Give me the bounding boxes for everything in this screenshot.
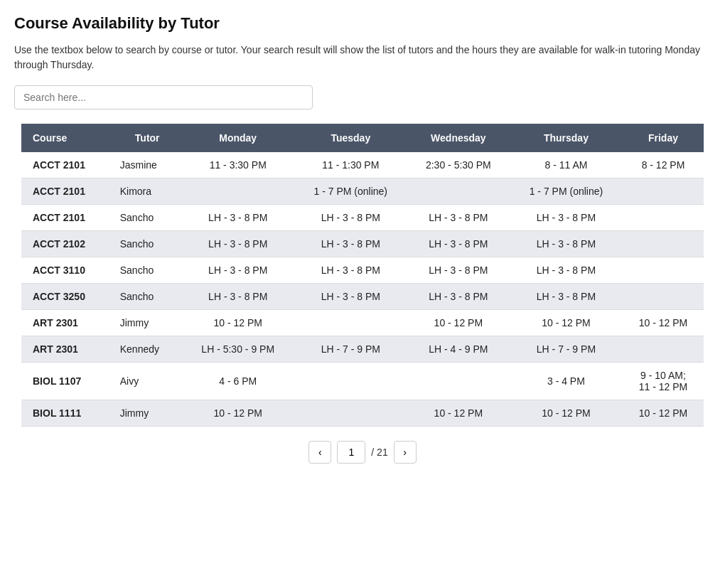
- cell-course: ACCT 2101: [21, 178, 113, 205]
- cell-friday: [623, 284, 704, 310]
- cell-thursday: 10 - 12 PM: [510, 310, 623, 336]
- col-friday: Friday: [623, 124, 704, 152]
- cell-wednesday: 2:30 - 5:30 PM: [407, 152, 510, 178]
- cell-wednesday: 10 - 12 PM: [407, 310, 510, 336]
- cell-tuesday: LH - 3 - 8 PM: [294, 257, 407, 284]
- cell-wednesday: LH - 3 - 8 PM: [407, 231, 510, 257]
- cell-monday: 10 - 12 PM: [182, 310, 294, 336]
- availability-table: Course Tutor Monday Tuesday Wednesday Th…: [21, 124, 704, 427]
- cell-thursday: 8 - 11 AM: [510, 152, 623, 178]
- cell-friday: [623, 336, 704, 363]
- cell-tutor: Jasmine: [113, 152, 182, 178]
- col-monday: Monday: [182, 124, 294, 152]
- cell-course: ART 2301: [21, 336, 113, 363]
- cell-wednesday: [407, 178, 510, 205]
- cell-tutor: Sancho: [113, 257, 182, 284]
- table-row: BIOL 1111Jimmy10 - 12 PM10 - 12 PM10 - 1…: [21, 400, 704, 427]
- cell-monday: LH - 3 - 8 PM: [182, 205, 294, 231]
- cell-monday: 10 - 12 PM: [182, 400, 294, 427]
- cell-friday: [623, 178, 704, 205]
- cell-tuesday: [294, 310, 407, 336]
- cell-tutor: Sancho: [113, 231, 182, 257]
- table-row: ART 2301Jimmy10 - 12 PM10 - 12 PM10 - 12…: [21, 310, 704, 336]
- cell-tutor: Kennedy: [113, 336, 182, 363]
- cell-course: ART 2301: [21, 310, 113, 336]
- cell-course: ACCT 2101: [21, 152, 113, 178]
- cell-friday: 8 - 12 PM: [623, 152, 704, 178]
- table-row: ACCT 3250SanchoLH - 3 - 8 PMLH - 3 - 8 P…: [21, 284, 704, 310]
- cell-thursday: LH - 3 - 8 PM: [510, 205, 623, 231]
- cell-course: ACCT 2101: [21, 205, 113, 231]
- cell-thursday: 10 - 12 PM: [510, 400, 623, 427]
- page-description: Use the textbox below to search by cours…: [14, 43, 711, 73]
- page-number-input[interactable]: [337, 441, 365, 464]
- cell-wednesday: [407, 363, 510, 400]
- col-tuesday: Tuesday: [294, 124, 407, 152]
- cell-tuesday: 1 - 7 PM (online): [294, 178, 407, 205]
- table-row: ACCT 2101SanchoLH - 3 - 8 PMLH - 3 - 8 P…: [21, 205, 704, 231]
- cell-monday: 4 - 6 PM: [182, 363, 294, 400]
- cell-monday: [182, 178, 294, 205]
- col-thursday: Thursday: [510, 124, 623, 152]
- col-tutor: Tutor: [113, 124, 182, 152]
- cell-course: BIOL 1107: [21, 363, 113, 400]
- cell-wednesday: LH - 3 - 8 PM: [407, 257, 510, 284]
- cell-tutor: Jimmy: [113, 310, 182, 336]
- cell-tuesday: LH - 3 - 8 PM: [294, 231, 407, 257]
- cell-wednesday: LH - 3 - 8 PM: [407, 284, 510, 310]
- cell-wednesday: LH - 4 - 9 PM: [407, 336, 510, 363]
- cell-friday: [623, 257, 704, 284]
- cell-monday: LH - 3 - 8 PM: [182, 284, 294, 310]
- prev-page-button[interactable]: ‹: [308, 441, 331, 464]
- cell-thursday: 3 - 4 PM: [510, 363, 623, 400]
- cell-thursday: LH - 3 - 8 PM: [510, 257, 623, 284]
- cell-friday: [623, 231, 704, 257]
- total-pages-label: / 21: [371, 447, 387, 458]
- cell-course: ACCT 3110: [21, 257, 113, 284]
- cell-tuesday: LH - 3 - 8 PM: [294, 284, 407, 310]
- cell-friday: 9 - 10 AM; 11 - 12 PM: [623, 363, 704, 400]
- cell-tuesday: 11 - 1:30 PM: [294, 152, 407, 178]
- cell-tutor: Kimora: [113, 178, 182, 205]
- cell-monday: LH - 5:30 - 9 PM: [182, 336, 294, 363]
- cell-course: ACCT 2102: [21, 231, 113, 257]
- table-row: ACCT 2101Kimora1 - 7 PM (online)1 - 7 PM…: [21, 178, 704, 205]
- cell-tutor: Sancho: [113, 284, 182, 310]
- table-row: ACCT 2101Jasmine11 - 3:30 PM11 - 1:30 PM…: [21, 152, 704, 178]
- cell-tutor: Jimmy: [113, 400, 182, 427]
- cell-tutor: Aivy: [113, 363, 182, 400]
- cell-tuesday: LH - 3 - 8 PM: [294, 205, 407, 231]
- cell-thursday: LH - 3 - 8 PM: [510, 231, 623, 257]
- cell-tuesday: [294, 363, 407, 400]
- table-row: ACCT 3110SanchoLH - 3 - 8 PMLH - 3 - 8 P…: [21, 257, 704, 284]
- page-title: Course Availability by Tutor: [14, 14, 711, 33]
- table-row: BIOL 1107Aivy4 - 6 PM3 - 4 PM9 - 10 AM; …: [21, 363, 704, 400]
- search-input[interactable]: [14, 85, 313, 109]
- cell-tuesday: [294, 400, 407, 427]
- cell-monday: LH - 3 - 8 PM: [182, 231, 294, 257]
- table-row: ACCT 2102SanchoLH - 3 - 8 PMLH - 3 - 8 P…: [21, 231, 704, 257]
- cell-monday: LH - 3 - 8 PM: [182, 257, 294, 284]
- pagination: ‹ / 21 ›: [14, 441, 711, 464]
- next-page-button[interactable]: ›: [394, 441, 417, 464]
- cell-thursday: LH - 7 - 9 PM: [510, 336, 623, 363]
- cell-monday: 11 - 3:30 PM: [182, 152, 294, 178]
- cell-wednesday: 10 - 12 PM: [407, 400, 510, 427]
- cell-friday: 10 - 12 PM: [623, 310, 704, 336]
- cell-thursday: 1 - 7 PM (online): [510, 178, 623, 205]
- col-wednesday: Wednesday: [407, 124, 510, 152]
- cell-tuesday: LH - 7 - 9 PM: [294, 336, 407, 363]
- col-course: Course: [21, 124, 113, 152]
- cell-friday: 10 - 12 PM: [623, 400, 704, 427]
- cell-thursday: LH - 3 - 8 PM: [510, 284, 623, 310]
- cell-friday: [623, 205, 704, 231]
- cell-course: BIOL 1111: [21, 400, 113, 427]
- cell-course: ACCT 3250: [21, 284, 113, 310]
- table-header-row: Course Tutor Monday Tuesday Wednesday Th…: [21, 124, 704, 152]
- table-row: ART 2301KennedyLH - 5:30 - 9 PMLH - 7 - …: [21, 336, 704, 363]
- table-container: Course Tutor Monday Tuesday Wednesday Th…: [14, 124, 711, 427]
- cell-wednesday: LH - 3 - 8 PM: [407, 205, 510, 231]
- cell-tutor: Sancho: [113, 205, 182, 231]
